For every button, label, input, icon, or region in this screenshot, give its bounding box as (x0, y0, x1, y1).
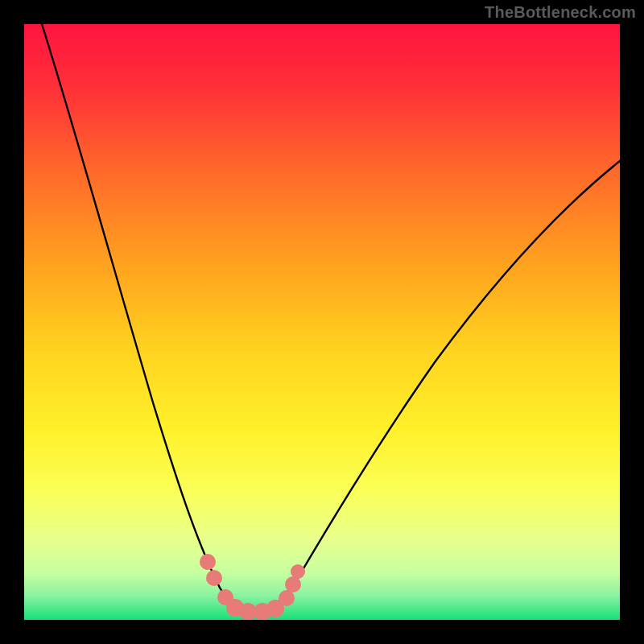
optimal-range-marker (24, 24, 620, 620)
svg-point-2 (206, 570, 222, 586)
svg-point-1 (200, 554, 216, 570)
svg-point-10 (291, 564, 305, 579)
plot-area (24, 24, 620, 620)
svg-point-8 (279, 590, 295, 606)
chart-frame: TheBottleneck.com (0, 0, 644, 644)
watermark-text: TheBottleneck.com (485, 3, 636, 22)
svg-point-9 (285, 576, 301, 592)
